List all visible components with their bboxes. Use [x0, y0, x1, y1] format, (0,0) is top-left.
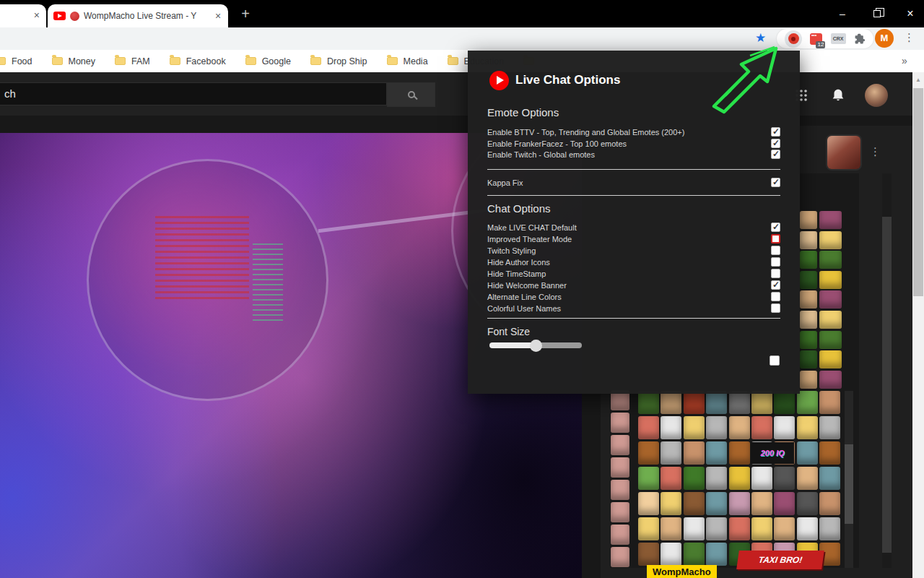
emote-tile[interactable]	[706, 441, 727, 465]
window-minimize-button[interactable]: –	[830, 0, 855, 27]
emote-tile[interactable]	[638, 517, 659, 540]
emote-tile[interactable]	[751, 467, 772, 490]
emote-tile[interactable]	[611, 435, 629, 455]
emote-tile[interactable]	[611, 525, 629, 545]
emote-tile[interactable]	[684, 467, 705, 490]
emote-tile[interactable]	[819, 371, 842, 389]
emote-tile[interactable]	[819, 271, 842, 289]
emote-tile[interactable]	[638, 391, 659, 414]
emote-tile[interactable]	[729, 467, 750, 490]
emote-tile[interactable]	[774, 416, 795, 439]
bookmark-item[interactable]: Food	[0, 56, 32, 66]
emote-tile[interactable]	[611, 413, 629, 433]
emote-tile[interactable]	[751, 391, 772, 414]
window-restore-button[interactable]	[865, 0, 889, 27]
bookmark-item[interactable]: Money	[52, 56, 96, 66]
emote-tile[interactable]	[684, 391, 705, 414]
bookmark-item[interactable]: FAM	[115, 56, 150, 66]
option-checkbox[interactable]	[771, 292, 780, 301]
bookmark-item[interactable]: Google	[245, 56, 291, 66]
window-close-button[interactable]: ×	[898, 0, 923, 27]
page-scrollbar[interactable]: ▲	[912, 72, 924, 578]
option-checkbox[interactable]	[771, 303, 780, 313]
emote-tile[interactable]	[729, 492, 750, 515]
emote-tile[interactable]	[638, 492, 659, 515]
emote-tile[interactable]	[819, 441, 840, 465]
emote-tile[interactable]	[797, 441, 818, 465]
profile-avatar[interactable]: M	[875, 29, 894, 48]
emote-tile[interactable]	[819, 350, 842, 368]
emote-tile[interactable]	[729, 441, 750, 465]
emote-tile[interactable]	[729, 416, 750, 439]
tab-partial[interactable]: ×	[0, 4, 46, 27]
emote-tile[interactable]	[819, 416, 840, 439]
emote-tile[interactable]	[751, 492, 772, 515]
emote-grid-scrollbar-thumb[interactable]	[845, 444, 853, 524]
emote-tile[interactable]	[819, 311, 842, 329]
emote-tile[interactable]	[684, 517, 705, 540]
emote-tile[interactable]	[661, 441, 681, 465]
emote-tile[interactable]	[729, 517, 750, 540]
tab-close-icon[interactable]: ×	[34, 10, 40, 20]
option-checkbox[interactable]	[771, 246, 780, 255]
option-checkbox[interactable]	[771, 269, 780, 278]
emote-tile-taxibro[interactable]: TAXI BRO!	[736, 551, 824, 569]
emote-tile[interactable]	[661, 517, 681, 540]
emote-tile[interactable]	[638, 441, 659, 465]
emote-tile[interactable]	[611, 457, 629, 478]
emote-tile[interactable]	[774, 517, 795, 540]
emote-tile[interactable]	[819, 391, 840, 414]
emote-tile[interactable]	[800, 231, 817, 249]
option-checkbox[interactable]	[771, 223, 780, 232]
bookmark-item[interactable]: Media	[387, 56, 428, 66]
tab-close-icon[interactable]: ×	[215, 11, 221, 21]
user-avatar[interactable]	[865, 84, 888, 107]
emote-tile[interactable]	[611, 480, 629, 500]
emote-tile[interactable]	[611, 502, 629, 522]
emote-tile[interactable]	[819, 231, 842, 249]
option-checkbox[interactable]	[771, 280, 780, 290]
emote-tile[interactable]	[638, 416, 659, 439]
bookmark-item[interactable]: Facebook	[170, 56, 226, 66]
chat-menu-icon[interactable]: ⋮	[870, 145, 881, 158]
emote-tile[interactable]	[706, 543, 727, 566]
option-checkbox[interactable]	[771, 139, 780, 148]
emote-tile[interactable]	[819, 211, 842, 229]
emote-tile[interactable]	[706, 492, 727, 515]
footer-checkbox[interactable]	[770, 355, 780, 366]
emote-tile[interactable]	[729, 391, 750, 414]
adblock-extension-icon[interactable]: 12	[810, 33, 822, 45]
emote-tile[interactable]	[611, 547, 629, 567]
browser-menu-icon[interactable]: ⋮	[904, 31, 915, 44]
emote-tile[interactable]	[661, 543, 681, 566]
scroll-up-arrow-icon[interactable]: ▲	[912, 77, 924, 83]
emote-tile[interactable]	[661, 391, 681, 414]
emote-tile[interactable]	[684, 416, 705, 439]
emote-tile[interactable]	[706, 416, 727, 439]
emote-tile[interactable]	[819, 290, 842, 309]
emote-tile[interactable]	[797, 391, 818, 414]
emote-tile[interactable]	[800, 271, 817, 289]
new-tab-button[interactable]: +	[237, 6, 254, 23]
emote-tile[interactable]	[751, 517, 772, 540]
emote-tile[interactable]	[819, 331, 842, 349]
option-checkbox[interactable]	[771, 257, 780, 267]
extensions-puzzle-icon[interactable]	[854, 33, 866, 45]
emote-tile[interactable]	[706, 517, 727, 540]
emote-tile[interactable]	[638, 467, 659, 490]
emote-tile[interactable]	[661, 416, 681, 439]
page-scrollbar-thumb[interactable]	[913, 88, 923, 296]
search-button[interactable]	[387, 82, 435, 107]
font-size-slider-thumb[interactable]	[530, 340, 542, 352]
emote-tile[interactable]	[774, 391, 795, 414]
option-checkbox[interactable]	[771, 150, 780, 159]
notifications-bell-icon[interactable]	[830, 87, 846, 104]
emote-tile[interactable]	[800, 371, 817, 389]
emote-tile-200iq[interactable]: 200 IQ	[751, 442, 794, 464]
emote-tile[interactable]	[661, 467, 681, 490]
emote-tile[interactable]	[800, 350, 817, 368]
emote-tile[interactable]	[774, 467, 795, 490]
emote-tile[interactable]	[684, 492, 705, 515]
bookmarks-overflow-icon[interactable]: »	[902, 55, 907, 66]
emote-tile[interactable]	[706, 391, 727, 414]
